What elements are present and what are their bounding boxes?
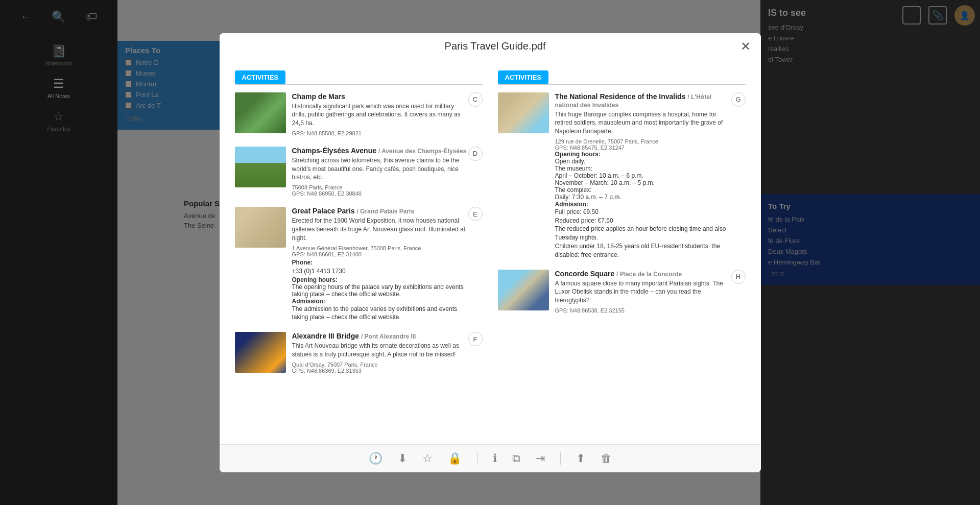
activity-content-concorde: Concorde Square / Place de la Concorde A… bbox=[555, 270, 746, 314]
right-column: ACTIVITIES The National Residence of the… bbox=[498, 70, 746, 434]
activity-badge-alexandre: F bbox=[468, 332, 483, 346]
activity-phone-label-grand: Phone: bbox=[292, 259, 468, 266]
activities-header-right: ACTIVITIES bbox=[498, 70, 746, 85]
activities-badge-left: ACTIVITIES bbox=[235, 70, 286, 84]
activity-hours-label-grand: Opening hours: bbox=[292, 276, 468, 283]
activity-phone-grand: +33 (0)1 4413 1730 bbox=[292, 268, 468, 275]
activity-address-grand: 1 Avenue Général Eisenhower, 75008 Paris… bbox=[292, 245, 468, 251]
activity-gps-grand: GPS: N48.86601, E2.31400 bbox=[292, 251, 468, 257]
activity-title-concorde: Concorde Square / Place de la Concorde bbox=[555, 270, 731, 278]
activity-badge-grand: E bbox=[468, 207, 483, 221]
activity-desc-grand: Erected for the 1900 World Exposition, i… bbox=[292, 217, 468, 242]
activity-badge-concorde: H bbox=[731, 270, 746, 284]
activity-concorde: Concorde Square / Place de la Concorde A… bbox=[498, 270, 746, 314]
activity-subtitle-grand: / Grand Palais Paris bbox=[356, 208, 414, 215]
activity-invalids: The National Residence of the Invalids /… bbox=[498, 92, 746, 259]
activity-museum-label-invalids: The museum: bbox=[555, 165, 731, 172]
activity-row-champs: Champs-Élysées Avenue / Avenue des Champ… bbox=[292, 147, 483, 197]
activity-subtitle-concorde: / Place de la Concorde bbox=[616, 271, 682, 278]
modal-close-button[interactable]: ✕ bbox=[740, 40, 751, 53]
activity-desc-alexandre: This Art Nouveau bridge with its ornate … bbox=[292, 342, 468, 359]
activity-img-alexandre bbox=[235, 332, 286, 373]
activity-complex-hours-invalids: Daily: 7:30 a.m. – 7 p.m. bbox=[555, 194, 731, 201]
activity-desc-champ: Historically significant park which was … bbox=[292, 102, 468, 128]
modal-title: Paris Travel Guide.pdf bbox=[445, 40, 546, 52]
activity-img-champ bbox=[235, 92, 286, 133]
modal-header: Paris Travel Guide.pdf ✕ bbox=[220, 33, 761, 60]
activity-title-grand: Great Palace Paris / Grand Palais Paris bbox=[292, 207, 468, 215]
footer-copy-icon[interactable]: ⧉ bbox=[512, 452, 520, 465]
activity-badge-champ: C bbox=[468, 92, 483, 107]
activity-content-invalids: The National Residence of the Invalids /… bbox=[555, 92, 746, 259]
activity-content-champs: Champs-Élysées Avenue / Avenue des Champ… bbox=[292, 147, 483, 197]
activity-gps-champ: GPS: N48.85588, E2.29821 bbox=[292, 130, 468, 136]
modal-overlay: Paris Travel Guide.pdf ✕ ACTIVITIES bbox=[0, 0, 980, 505]
activity-subtitle-alexandre: / Pont Alexandre III bbox=[361, 333, 416, 340]
activity-gps-concorde: GPS: N48.86538, E2.32155 bbox=[555, 307, 731, 314]
footer-export-icon[interactable]: ⇥ bbox=[536, 452, 545, 465]
modal-footer: 🕐 ⬇ ☆ 🔒 ℹ ⧉ ⇥ ⬆ 🗑 bbox=[220, 444, 761, 472]
activity-img-grand bbox=[235, 207, 286, 248]
activities-badge-right: ACTIVITIES bbox=[498, 70, 549, 84]
activity-full-price-invalids: Full price: €9.50 bbox=[555, 208, 731, 217]
activity-hours-label-invalids: Opening hours: bbox=[555, 151, 731, 158]
modal-body[interactable]: ACTIVITIES Champ de Mars Historically si… bbox=[220, 60, 761, 444]
activity-museum-hours-invalids: April – October: 10 a.m. – 6 p.m.Novembe… bbox=[555, 172, 731, 186]
activity-gps-champs: 75008 Paris, FranceGPS: N48.86950, E2.30… bbox=[292, 184, 468, 197]
activity-img-champs bbox=[235, 147, 286, 187]
activity-title-champ: Champ de Mars bbox=[292, 92, 468, 101]
footer-divider-2 bbox=[560, 452, 561, 465]
activity-hours-grand: The opening hours of the palace vary by … bbox=[292, 283, 468, 298]
activity-admission-grand: The admission to the palace varies by ex… bbox=[292, 305, 468, 322]
activity-admission-label-invalids: Admission: bbox=[555, 201, 731, 208]
activity-complex-label-invalids: The complex: bbox=[555, 186, 731, 194]
activity-content-alexandre: Alexandre III Bridge / Pont Alexandre II… bbox=[292, 332, 483, 374]
activity-row-concorde: Concorde Square / Place de la Concorde A… bbox=[555, 270, 746, 314]
activity-desc-champs: Stretching across two kilometres, this a… bbox=[292, 156, 468, 182]
activity-content-grand: Great Palace Paris / Grand Palais Paris … bbox=[292, 207, 483, 322]
footer-divider-1 bbox=[477, 452, 477, 465]
activity-row-invalids: The National Residence of the Invalids /… bbox=[555, 92, 746, 259]
activity-badge-champs: D bbox=[468, 147, 483, 161]
activity-address-invalids: 129 rue de Grenelle, 75007 Paris, France bbox=[555, 138, 731, 145]
section-divider-right bbox=[498, 84, 746, 85]
activity-free-note-invalids: Children under 18, 18-25 years old EU-re… bbox=[555, 242, 731, 259]
section-divider-left bbox=[235, 84, 483, 85]
footer-download-icon[interactable]: ⬇ bbox=[398, 452, 407, 465]
activity-reduced-price-invalids: Reduced price: €7.50 bbox=[555, 217, 731, 225]
activity-img-concorde bbox=[498, 270, 549, 310]
activity-alexandre-bridge: Alexandre III Bridge / Pont Alexandre II… bbox=[235, 332, 483, 374]
activity-content-champ: Champ de Mars Historically significant p… bbox=[292, 92, 483, 136]
activity-img-invalides bbox=[498, 92, 549, 133]
footer-trash-icon[interactable]: 🗑 bbox=[601, 452, 612, 465]
left-column: ACTIVITIES Champ de Mars Historically si… bbox=[235, 70, 483, 434]
footer-clock-icon[interactable]: 🕐 bbox=[369, 452, 383, 465]
activity-row-champ: Champ de Mars Historically significant p… bbox=[292, 92, 483, 136]
footer-lock-icon[interactable]: 🔒 bbox=[448, 452, 462, 465]
footer-info-icon[interactable]: ℹ bbox=[493, 452, 497, 465]
activity-desc-concorde: A famous square close to many important … bbox=[555, 279, 731, 305]
footer-share-icon[interactable]: ⬆ bbox=[576, 452, 585, 465]
footer-star-icon[interactable]: ☆ bbox=[422, 452, 433, 465]
activity-row-grand: Great Palace Paris / Grand Palais Paris … bbox=[292, 207, 483, 322]
activity-hours-open-invalids: Open daily. bbox=[555, 158, 731, 165]
activity-champs-elysees: Champs-Élysées Avenue / Avenue des Champ… bbox=[235, 147, 483, 197]
pdf-modal: Paris Travel Guide.pdf ✕ ACTIVITIES bbox=[220, 33, 761, 472]
activity-admission-note-invalids: The reduced price applies an hour before… bbox=[555, 225, 731, 242]
activities-header-left: ACTIVITIES bbox=[235, 70, 483, 85]
activity-row-alexandre: Alexandre III Bridge / Pont Alexandre II… bbox=[292, 332, 483, 374]
activity-subtitle-champs: / Avenue des Champs-Élysées bbox=[378, 148, 467, 155]
activity-address-alexandre: Quai d'Orsay, 75007 Paris, France bbox=[292, 362, 468, 368]
activity-admission-label-grand: Admission: bbox=[292, 298, 468, 305]
activity-champ-de-mars: Champ de Mars Historically significant p… bbox=[235, 92, 483, 136]
activity-title-champs: Champs-Élysées Avenue / Avenue des Champ… bbox=[292, 147, 468, 155]
activity-gps-invalids: GPS: N48.85475, E2.31247 bbox=[555, 145, 731, 151]
activity-badge-invalids: G bbox=[731, 92, 746, 107]
activity-gps-alexandre: GPS: N48.86369, E2.31353 bbox=[292, 368, 468, 374]
activity-desc-invalids: This huge Baroque complex comprises a ho… bbox=[555, 110, 731, 136]
activity-title-invalids: The National Residence of the Invalids /… bbox=[555, 92, 731, 109]
activity-title-alexandre: Alexandre III Bridge / Pont Alexandre II… bbox=[292, 332, 468, 340]
activity-great-palace: Great Palace Paris / Grand Palais Paris … bbox=[235, 207, 483, 322]
